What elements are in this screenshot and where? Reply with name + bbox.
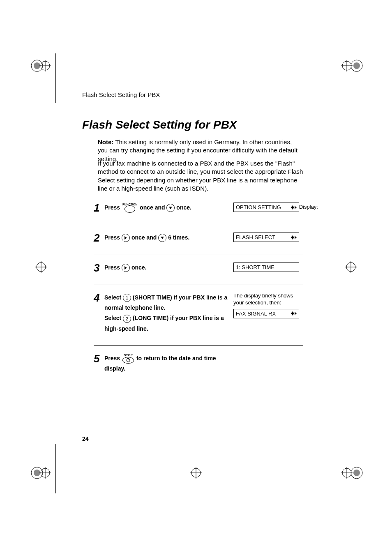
- lcd-text: OPTION SETTING: [236, 204, 281, 210]
- crop-mark-icon: [339, 255, 363, 279]
- lcd-text: FLASH SELECT: [236, 234, 275, 240]
- lcd-display: 1: SHORT TIME: [233, 263, 299, 272]
- crop-mark-icon: [184, 461, 208, 485]
- step-display: OPTION SETTING: [233, 203, 303, 212]
- section-title: Flash Select Setting for PBX: [82, 118, 237, 131]
- crop-mark-icon: [339, 53, 363, 78]
- svg-point-1: [34, 62, 40, 69]
- step-row: 4 Select 1 (SHORT TIME) if your PBX line…: [94, 285, 303, 345]
- step-instruction: Select 1 (SHORT TIME) if your PBX line i…: [104, 292, 233, 334]
- step-number: 1: [94, 203, 104, 213]
- brief-text: The display briefly shows your selection…: [233, 292, 303, 306]
- step-row: 2 Press once and 6 times. FLASH SELECT: [94, 225, 303, 255]
- lcd-text: FAX SIGNAL RX: [236, 311, 276, 317]
- nav-arrows-icon: [291, 311, 297, 315]
- step-row: 1 Press FUNCTION once and once. OPTION S…: [94, 195, 303, 225]
- svg-point-17: [34, 470, 40, 476]
- crop-mark-icon: [29, 53, 53, 78]
- lcd-display: FAX SIGNAL RX: [233, 309, 299, 318]
- keypad-1-icon: 1: [123, 294, 131, 302]
- svg-point-25: [353, 470, 360, 476]
- crop-mark-icon: [29, 461, 53, 485]
- step-instruction: Press once.: [104, 263, 233, 273]
- down-arrow-button-icon: [166, 204, 175, 212]
- crop-rule: [55, 444, 56, 493]
- step-display: 1: SHORT TIME: [233, 263, 303, 272]
- step-row: 5 Press STOP to return to the date and t…: [94, 345, 303, 385]
- step-instruction: Press STOP to return to the date and tim…: [104, 353, 233, 374]
- step-display: FLASH SELECT: [233, 233, 303, 242]
- steps-table: 1 Press FUNCTION once and once. OPTION S…: [94, 195, 303, 385]
- stop-button-icon: STOP: [122, 354, 134, 364]
- step-number: 3: [94, 263, 104, 273]
- step-row: 3 Press once. 1: SHORT TIME: [94, 255, 303, 285]
- function-button-icon: FUNCTION: [122, 203, 137, 213]
- lcd-display: FLASH SELECT: [233, 233, 299, 242]
- svg-point-9: [353, 62, 360, 69]
- page-number: 24: [82, 435, 89, 442]
- right-arrow-button-icon: [122, 234, 130, 242]
- page: Flash Select Setting for PBX Flash Selec…: [0, 0, 392, 555]
- nav-arrows-icon: [291, 205, 297, 210]
- right-arrow-button-icon: [122, 264, 130, 272]
- lcd-text: 1: SHORT TIME: [236, 264, 274, 270]
- note-label: Note:: [98, 138, 113, 145]
- crop-mark-icon: [29, 255, 53, 279]
- step-number: 5: [94, 353, 104, 364]
- step-number: 4: [94, 292, 104, 303]
- crop-mark-icon: [339, 461, 363, 485]
- step-display: The display briefly shows your selection…: [233, 292, 303, 318]
- intro-paragraph: If your fax machine is connected to a PB…: [98, 159, 303, 193]
- running-head: Flash Select Setting for PBX: [82, 91, 160, 98]
- step-number: 2: [94, 233, 104, 243]
- keypad-2-icon: 2: [123, 315, 131, 323]
- step-instruction: Press FUNCTION once and once.: [104, 203, 233, 213]
- note-text: This setting is normally only used in Ge…: [98, 138, 297, 162]
- crop-rule: [55, 53, 56, 103]
- step-instruction: Press once and 6 times.: [104, 233, 233, 243]
- lcd-display: OPTION SETTING: [233, 203, 299, 212]
- down-arrow-button-icon: [158, 234, 166, 242]
- nav-arrows-icon: [291, 235, 297, 240]
